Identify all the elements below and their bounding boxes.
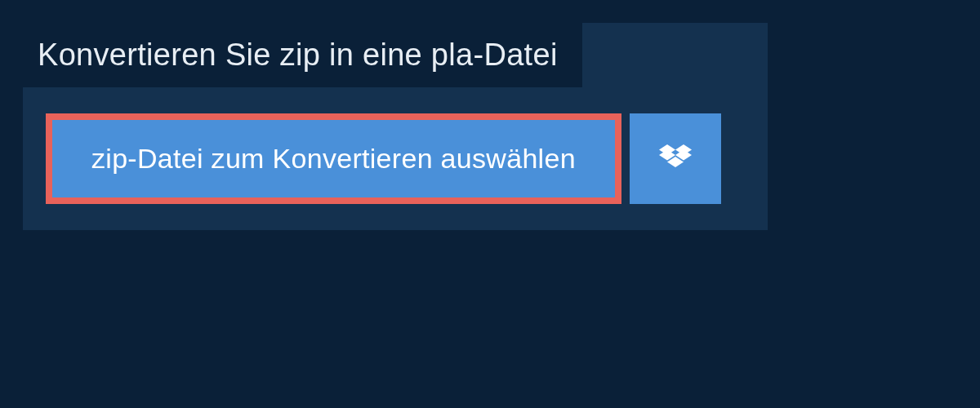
button-row: zip-Datei zum Konvertieren auswählen bbox=[23, 87, 768, 230]
page-title: Konvertieren Sie zip in eine pla-Datei bbox=[38, 38, 558, 73]
heading-bar: Konvertieren Sie zip in eine pla-Datei bbox=[23, 23, 582, 87]
dropbox-icon bbox=[659, 144, 692, 174]
select-file-button-label: zip-Datei zum Konvertieren auswählen bbox=[91, 143, 576, 175]
converter-panel: Konvertieren Sie zip in eine pla-Datei z… bbox=[23, 23, 768, 230]
select-file-button[interactable]: zip-Datei zum Konvertieren auswählen bbox=[46, 113, 621, 204]
dropbox-button[interactable] bbox=[630, 113, 721, 204]
